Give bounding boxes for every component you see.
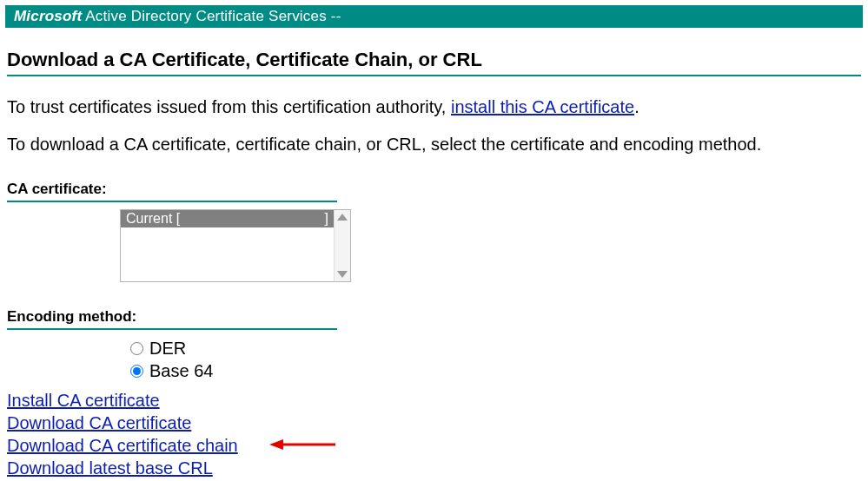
ca-certificate-listbox[interactable]: Current [ ]	[120, 209, 351, 282]
intro-suffix: .	[634, 97, 639, 116]
ca-certificate-label: CA certificate:	[7, 181, 861, 198]
product-label: Active Directory Certificate Services --	[82, 8, 341, 24]
svg-marker-1	[269, 439, 283, 450]
listbox-item-left: Current [	[126, 211, 180, 227]
encoding-radio-group: DER Base 64	[130, 337, 861, 382]
download-base-crl-link[interactable]: Download latest base CRL	[7, 458, 213, 478]
listbox-scrollbar[interactable]	[334, 210, 350, 281]
ca-rule	[7, 201, 337, 202]
scroll-down-icon[interactable]	[337, 271, 348, 278]
radio-base64[interactable]: Base 64	[130, 359, 861, 382]
radio-der-label: DER	[149, 337, 186, 359]
instructions-line: To download a CA certificate, certificat…	[7, 135, 861, 155]
listbox-item-right: ]	[325, 211, 328, 227]
red-arrow-icon	[268, 434, 337, 457]
install-ca-link[interactable]: Install CA certificate	[7, 391, 160, 410]
encoding-method-label: Encoding method:	[7, 308, 861, 326]
action-link-list: Install CA certificate Download CA certi…	[7, 389, 861, 481]
brand-label: Microsoft	[14, 8, 82, 24]
encoding-rule	[7, 328, 337, 330]
scroll-up-icon[interactable]	[337, 214, 348, 221]
radio-base64-label: Base 64	[149, 359, 213, 382]
listbox-body[interactable]: Current [ ]	[121, 210, 334, 281]
header-bar: Microsoft Active Directory Certificate S…	[5, 5, 863, 28]
download-ca-cert-link[interactable]: Download CA certificate	[7, 413, 191, 432]
listbox-item-current[interactable]: Current [ ]	[121, 210, 334, 227]
page-title: Download a CA Certificate, Certificate C…	[7, 49, 861, 71]
radio-base64-input[interactable]	[130, 365, 143, 378]
title-rule	[7, 75, 861, 76]
install-ca-inline-link[interactable]: install this CA certificate	[451, 97, 634, 116]
intro-prefix: To trust certificates issued from this c…	[7, 97, 451, 116]
intro-line: To trust certificates issued from this c…	[7, 97, 861, 117]
radio-der[interactable]: DER	[130, 337, 861, 359]
download-ca-chain-link[interactable]: Download CA certificate chain	[7, 436, 238, 455]
radio-der-input[interactable]	[130, 342, 143, 355]
